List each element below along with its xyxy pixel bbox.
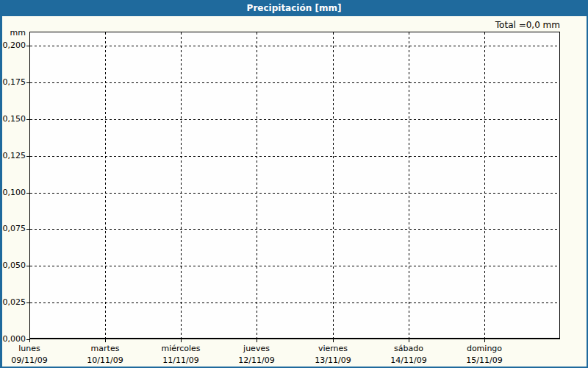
h-gridline [30, 119, 559, 120]
chart-title: Precipitación [mm] [247, 3, 342, 13]
x-tick-date-label: 12/11/09 [219, 355, 294, 365]
v-gridline [409, 32, 409, 339]
y-axis-unit-label: mm [0, 29, 26, 38]
h-gridline [30, 266, 559, 266]
x-axis-tick [333, 339, 334, 342]
y-tick-label: 0,150 [0, 115, 26, 124]
y-tick-label: 0,200 [0, 41, 26, 50]
x-tick-day-label: domingo [447, 344, 522, 353]
y-tick-label: 0,175 [0, 78, 26, 87]
x-axis-tick [484, 339, 485, 342]
y-tick-label: 0,075 [0, 224, 26, 233]
total-annotation: Total =0,0 mm [413, 20, 560, 30]
x-tick-day-label: martes [68, 344, 143, 353]
chart-window: Precipitación [mm] Total =0,0 mm mm 0,20… [0, 0, 588, 368]
x-tick-date-label: 09/11/09 [0, 355, 67, 365]
y-tick-label: 0,125 [0, 152, 26, 160]
y-axis-tick [26, 46, 29, 46]
y-tick-label: 0,050 [0, 261, 26, 270]
y-axis-tick [26, 119, 29, 120]
h-gridline [30, 156, 559, 157]
h-gridline [30, 193, 559, 194]
x-axis-tick [29, 339, 30, 342]
v-gridline [105, 32, 106, 339]
v-gridline [181, 32, 182, 339]
h-gridline [30, 82, 559, 83]
y-tick-label: 0,025 [0, 298, 26, 307]
y-axis-tick [26, 266, 29, 266]
h-gridline [30, 46, 559, 46]
chart-title-bar: Precipitación [mm] [0, 0, 588, 16]
v-gridline [333, 32, 334, 339]
plot-area [29, 32, 560, 339]
y-axis-tick [26, 156, 29, 157]
x-tick-date-label: 14/11/09 [371, 355, 446, 365]
window-border-left [0, 0, 2, 368]
x-axis-tick [257, 339, 257, 342]
x-tick-date-label: 10/11/09 [68, 355, 143, 365]
x-axis-tick [181, 339, 182, 342]
y-axis-tick [26, 82, 29, 83]
h-gridline [30, 302, 559, 303]
y-axis-tick [26, 229, 29, 230]
y-axis-tick [26, 193, 29, 194]
v-gridline [484, 32, 485, 339]
x-tick-day-label: lunes [0, 344, 67, 353]
h-gridline [30, 229, 559, 230]
y-tick-label: 0,000 [0, 335, 26, 344]
y-axis-tick [26, 302, 29, 303]
x-tick-day-label: miércoles [143, 344, 218, 353]
x-axis-tick [409, 339, 409, 342]
x-tick-day-label: viernes [295, 344, 370, 353]
x-axis-tick [105, 339, 106, 342]
v-gridline [257, 32, 257, 339]
x-tick-day-label: sábado [371, 344, 446, 353]
x-tick-date-label: 11/11/09 [143, 355, 218, 365]
x-tick-day-label: jueves [219, 344, 294, 353]
x-tick-date-label: 13/11/09 [295, 355, 370, 365]
x-tick-date-label: 15/11/09 [447, 355, 522, 365]
y-tick-label: 0,100 [0, 188, 26, 197]
